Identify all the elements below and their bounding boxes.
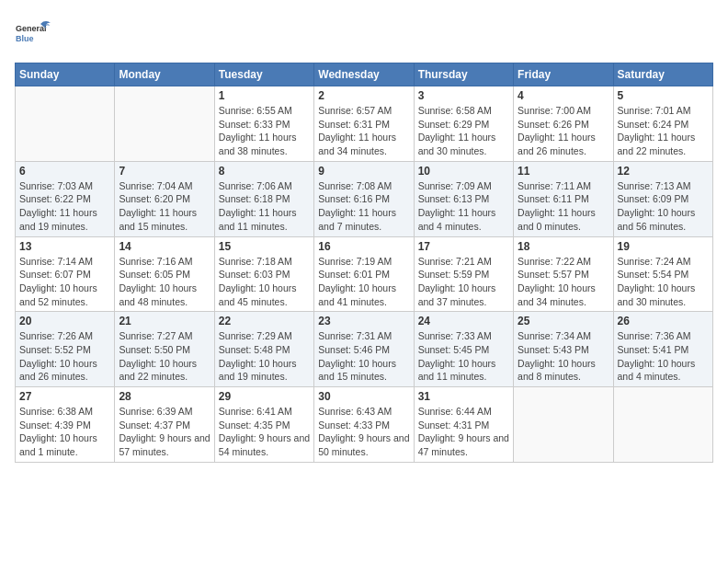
day-detail: Sunrise: 7:34 AM Sunset: 5:43 PM Dayligh…: [518, 329, 609, 384]
weekday-header: Monday: [115, 63, 214, 86]
day-number: 16: [318, 240, 409, 253]
weekday-header: Wednesday: [314, 63, 414, 86]
calendar-day-cell: 23Sunrise: 7:31 AM Sunset: 5:46 PM Dayli…: [314, 312, 414, 387]
calendar-day-cell: 14Sunrise: 7:16 AM Sunset: 6:05 PM Dayli…: [115, 236, 214, 312]
day-detail: Sunrise: 7:00 AM Sunset: 6:26 PM Dayligh…: [518, 104, 609, 158]
day-detail: Sunrise: 7:31 AM Sunset: 5:46 PM Dayligh…: [318, 329, 409, 384]
day-number: 12: [618, 165, 709, 178]
day-detail: Sunrise: 6:55 AM Sunset: 6:33 PM Dayligh…: [219, 104, 310, 158]
day-detail: Sunrise: 6:41 AM Sunset: 4:35 PM Dayligh…: [219, 405, 310, 459]
calendar-week-row: 1Sunrise: 6:55 AM Sunset: 6:33 PM Daylig…: [16, 86, 713, 162]
calendar-day-cell: 31Sunrise: 6:44 AM Sunset: 4:31 PM Dayli…: [414, 387, 513, 463]
day-number: 30: [318, 390, 409, 403]
calendar-day-cell: [514, 387, 613, 463]
calendar-header-row: SundayMondayTuesdayWednesdayThursdayFrid…: [16, 63, 713, 86]
day-detail: Sunrise: 6:58 AM Sunset: 6:29 PM Dayligh…: [418, 104, 509, 158]
calendar-day-cell: [16, 86, 115, 162]
logo-bird-icon: General Blue: [15, 15, 51, 52]
day-detail: Sunrise: 7:26 AM Sunset: 5:52 PM Dayligh…: [19, 329, 110, 384]
calendar-week-row: 27Sunrise: 6:38 AM Sunset: 4:39 PM Dayli…: [16, 387, 713, 463]
calendar-day-cell: 10Sunrise: 7:09 AM Sunset: 6:13 PM Dayli…: [414, 161, 513, 236]
calendar-day-cell: 11Sunrise: 7:11 AM Sunset: 6:11 PM Dayli…: [514, 161, 613, 236]
day-detail: Sunrise: 7:03 AM Sunset: 6:22 PM Dayligh…: [19, 179, 110, 234]
day-number: 13: [19, 240, 110, 253]
day-number: 24: [418, 315, 509, 327]
calendar-day-cell: 29Sunrise: 6:41 AM Sunset: 4:35 PM Dayli…: [214, 387, 313, 463]
calendar-day-cell: 7Sunrise: 7:04 AM Sunset: 6:20 PM Daylig…: [115, 161, 214, 236]
day-number: 31: [418, 390, 509, 403]
svg-text:Blue: Blue: [16, 34, 34, 43]
calendar-day-cell: 3Sunrise: 6:58 AM Sunset: 6:29 PM Daylig…: [414, 86, 513, 162]
calendar-day-cell: 5Sunrise: 7:01 AM Sunset: 6:24 PM Daylig…: [613, 86, 712, 162]
day-number: 4: [518, 89, 609, 102]
calendar-day-cell: 27Sunrise: 6:38 AM Sunset: 4:39 PM Dayli…: [16, 387, 115, 463]
calendar-day-cell: 19Sunrise: 7:24 AM Sunset: 5:54 PM Dayli…: [613, 236, 712, 312]
day-detail: Sunrise: 6:38 AM Sunset: 4:39 PM Dayligh…: [19, 405, 110, 459]
day-detail: Sunrise: 7:19 AM Sunset: 6:01 PM Dayligh…: [318, 255, 409, 309]
day-number: 10: [418, 165, 509, 178]
calendar-day-cell: [115, 86, 214, 162]
day-number: 23: [318, 315, 409, 327]
day-number: 2: [318, 89, 409, 102]
calendar-day-cell: 24Sunrise: 7:33 AM Sunset: 5:45 PM Dayli…: [414, 312, 513, 387]
day-detail: Sunrise: 7:18 AM Sunset: 6:03 PM Dayligh…: [219, 255, 310, 309]
day-number: 26: [618, 315, 709, 327]
weekday-header: Friday: [514, 63, 613, 86]
day-number: 18: [518, 240, 609, 253]
day-detail: Sunrise: 7:09 AM Sunset: 6:13 PM Dayligh…: [418, 179, 509, 234]
weekday-header: Tuesday: [214, 63, 313, 86]
day-detail: Sunrise: 7:29 AM Sunset: 5:48 PM Dayligh…: [219, 329, 310, 384]
day-number: 25: [518, 315, 609, 327]
page-header: General Blue: [15, 15, 713, 52]
day-detail: Sunrise: 7:27 AM Sunset: 5:50 PM Dayligh…: [119, 329, 210, 384]
svg-text:General: General: [16, 24, 47, 33]
day-number: 28: [119, 390, 210, 403]
day-detail: Sunrise: 7:24 AM Sunset: 5:54 PM Dayligh…: [618, 255, 709, 309]
calendar-day-cell: 25Sunrise: 7:34 AM Sunset: 5:43 PM Dayli…: [514, 312, 613, 387]
calendar-day-cell: 1Sunrise: 6:55 AM Sunset: 6:33 PM Daylig…: [214, 86, 313, 162]
day-detail: Sunrise: 7:04 AM Sunset: 6:20 PM Dayligh…: [119, 179, 210, 234]
weekday-header: Sunday: [16, 63, 115, 86]
day-number: 11: [518, 165, 609, 178]
day-detail: Sunrise: 7:14 AM Sunset: 6:07 PM Dayligh…: [19, 255, 110, 309]
day-number: 5: [618, 89, 709, 102]
calendar-day-cell: 2Sunrise: 6:57 AM Sunset: 6:31 PM Daylig…: [314, 86, 414, 162]
calendar-day-cell: 13Sunrise: 7:14 AM Sunset: 6:07 PM Dayli…: [16, 236, 115, 312]
calendar-day-cell: 15Sunrise: 7:18 AM Sunset: 6:03 PM Dayli…: [214, 236, 313, 312]
calendar-day-cell: 30Sunrise: 6:43 AM Sunset: 4:33 PM Dayli…: [314, 387, 414, 463]
day-detail: Sunrise: 7:21 AM Sunset: 5:59 PM Dayligh…: [418, 255, 509, 309]
calendar-day-cell: 8Sunrise: 7:06 AM Sunset: 6:18 PM Daylig…: [214, 161, 313, 236]
calendar-day-cell: 4Sunrise: 7:00 AM Sunset: 6:26 PM Daylig…: [514, 86, 613, 162]
calendar-table: SundayMondayTuesdayWednesdayThursdayFrid…: [15, 63, 713, 463]
day-detail: Sunrise: 6:44 AM Sunset: 4:31 PM Dayligh…: [418, 405, 509, 459]
day-detail: Sunrise: 7:33 AM Sunset: 5:45 PM Dayligh…: [418, 329, 509, 384]
logo: General Blue: [15, 15, 51, 52]
day-number: 29: [219, 390, 310, 403]
day-detail: Sunrise: 7:36 AM Sunset: 5:41 PM Dayligh…: [618, 329, 709, 384]
day-number: 1: [219, 89, 310, 102]
day-number: 27: [19, 390, 110, 403]
calendar-day-cell: 28Sunrise: 6:39 AM Sunset: 4:37 PM Dayli…: [115, 387, 214, 463]
day-number: 3: [418, 89, 509, 102]
day-detail: Sunrise: 7:06 AM Sunset: 6:18 PM Dayligh…: [219, 179, 310, 234]
day-detail: Sunrise: 7:08 AM Sunset: 6:16 PM Dayligh…: [318, 179, 409, 234]
day-number: 19: [618, 240, 709, 253]
day-detail: Sunrise: 7:01 AM Sunset: 6:24 PM Dayligh…: [618, 104, 709, 158]
day-number: 14: [119, 240, 210, 253]
day-number: 15: [219, 240, 310, 253]
day-detail: Sunrise: 6:57 AM Sunset: 6:31 PM Dayligh…: [318, 104, 409, 158]
day-number: 17: [418, 240, 509, 253]
day-number: 7: [119, 165, 210, 178]
calendar-day-cell: 16Sunrise: 7:19 AM Sunset: 6:01 PM Dayli…: [314, 236, 414, 312]
day-number: 9: [318, 165, 409, 178]
calendar-week-row: 13Sunrise: 7:14 AM Sunset: 6:07 PM Dayli…: [16, 236, 713, 312]
calendar-day-cell: 26Sunrise: 7:36 AM Sunset: 5:41 PM Dayli…: [613, 312, 712, 387]
weekday-header: Saturday: [613, 63, 712, 86]
calendar-day-cell: 6Sunrise: 7:03 AM Sunset: 6:22 PM Daylig…: [16, 161, 115, 236]
day-detail: Sunrise: 6:43 AM Sunset: 4:33 PM Dayligh…: [318, 405, 409, 459]
calendar-day-cell: 22Sunrise: 7:29 AM Sunset: 5:48 PM Dayli…: [214, 312, 313, 387]
calendar-day-cell: 17Sunrise: 7:21 AM Sunset: 5:59 PM Dayli…: [414, 236, 513, 312]
day-number: 8: [219, 165, 310, 178]
calendar-day-cell: [613, 387, 712, 463]
day-number: 20: [19, 315, 110, 327]
